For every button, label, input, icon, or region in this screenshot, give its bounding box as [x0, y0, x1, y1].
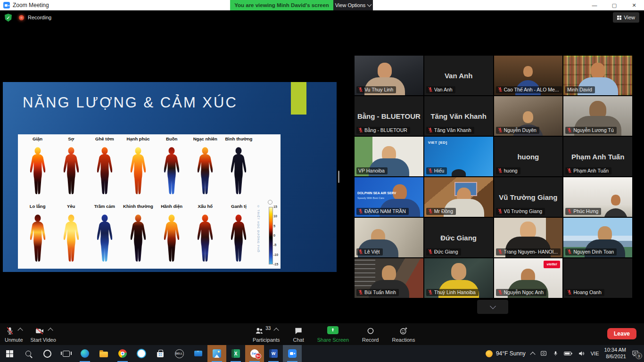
tray-mic-icon[interactable] [553, 350, 559, 357]
body-heatmap [94, 142, 116, 199]
taskbar-photos[interactable] [207, 345, 226, 362]
more-participants-button[interactable] [477, 300, 508, 314]
participant-tile[interactable]: Nguyễn Duyên [494, 96, 563, 136]
start-video-button[interactable]: Start Video [31, 323, 56, 345]
taskbar-word[interactable]: W [264, 345, 283, 362]
emotion-figure: Ngạc nhiên [189, 136, 222, 199]
taskbar-chrome[interactable] [113, 345, 132, 362]
body-heatmap [60, 209, 82, 267]
muted-mic-icon [428, 249, 433, 255]
clock-widget[interactable]: 10:34 AM 8/6/2021 [604, 347, 626, 360]
participant-name: Nguyễn Lương Tú [573, 127, 614, 133]
participants-chevron[interactable] [274, 328, 279, 333]
participant-tile[interactable]: Bùi Tuấn Minh [355, 258, 423, 298]
windows-logo-icon [6, 350, 13, 357]
participant-tile[interactable]: Đức GiangĐức Giang [424, 218, 493, 257]
taskbar-search[interactable] [19, 345, 38, 362]
maximize-button[interactable]: ▢ [604, 0, 624, 10]
participant-name: Hiếu [434, 168, 445, 173]
participant-name: Nguyễn Duyên [504, 127, 537, 133]
participant-label: Nguyễn Lương Tú [565, 127, 617, 134]
taskbar-store[interactable] [151, 345, 170, 362]
muted-mic-icon [358, 289, 363, 295]
participant-tile[interactable]: Minh David [563, 56, 632, 95]
participant-name: Vũ Trường Giang [504, 208, 543, 214]
taskbar-zoom[interactable] [283, 345, 302, 362]
participant-tile[interactable]: Nguyen Dinh Toan [563, 218, 632, 257]
taskbar-edge[interactable] [75, 345, 94, 362]
taskbar-zalo[interactable]: Zalo5+ [245, 345, 264, 362]
participant-tile[interactable]: Hoang Oanh [563, 258, 632, 298]
emotion-label: Sợ [54, 136, 88, 142]
speaker-icon[interactable] [578, 350, 586, 357]
participant-label: Phạm Anh Tuấn [565, 167, 611, 174]
language-indicator[interactable]: VIE [591, 351, 599, 356]
tablet-mode-icon[interactable] [540, 350, 547, 357]
muted-mic-icon [358, 87, 363, 92]
view-layout-button[interactable]: View [613, 12, 639, 23]
participant-name: Mr Đồng [434, 208, 453, 214]
view-options-button[interactable]: View Options [333, 0, 373, 10]
participant-tile[interactable]: Trang Nguyen- HANOI... [494, 218, 563, 257]
taskbar-cortana[interactable] [38, 345, 57, 362]
participant-tile[interactable]: Mr Đồng [424, 177, 493, 217]
participant-tile[interactable]: viettelNguyễn Ngọc Anh [494, 258, 563, 298]
participant-tile[interactable]: Lê Việt [355, 218, 423, 257]
close-button[interactable]: ✕ [624, 0, 644, 10]
action-center-button[interactable]: 3 [631, 350, 639, 357]
reactions-label: Reactions [392, 337, 415, 343]
battery-icon[interactable] [564, 350, 572, 357]
tray-overflow-chevron[interactable] [530, 352, 535, 357]
minimize-button[interactable]: — [585, 0, 604, 10]
body-heatmap [228, 142, 249, 199]
slide-watermark: © TRIẾT HỌC ĐƯỜNG PHỐ [257, 205, 260, 253]
participant-tile[interactable]: Vu Thuy Linh [355, 56, 423, 95]
participant-tile[interactable]: Phúc Hưng [563, 177, 632, 217]
participants-button[interactable]: 33 Participants [253, 323, 280, 345]
chat-button[interactable]: Chat [293, 323, 304, 345]
record-label: Record [362, 337, 379, 343]
participant-tile[interactable]: Cao Thế Anh - ALO Me... [494, 56, 563, 95]
panel-resize-handle[interactable] [338, 171, 339, 183]
participant-name: Van Anh [434, 87, 453, 92]
participant-tile[interactable]: huonghuong [494, 137, 563, 176]
muted-mic-icon [428, 289, 433, 295]
weather-widget[interactable]: 94°F Sunny [486, 350, 526, 357]
taskbar-dell[interactable]: DELL [170, 345, 189, 362]
share-screen-icon [327, 326, 339, 334]
security-shield-icon[interactable]: ✓ [5, 14, 12, 22]
taskbar-file-explorer[interactable] [94, 345, 113, 362]
start-button[interactable] [0, 345, 19, 362]
participant-tile[interactable]: DOLPHIN SEA AIR SERVSpeedy With Best Car… [355, 177, 423, 217]
task-view-button[interactable] [57, 345, 75, 362]
taskbar-excel[interactable]: X [226, 345, 245, 362]
emotion-figure: Ghê tởm [88, 136, 121, 199]
taskbar-alexa[interactable] [132, 345, 151, 362]
leave-button[interactable]: Leave [607, 328, 636, 339]
participant-tile[interactable]: Tăng Văn KhanhTăng Văn Khanh [424, 96, 493, 136]
participant-tile[interactable]: Thuỳ Linh Hanoiba [424, 258, 493, 298]
muted-mic-icon [567, 168, 572, 173]
cortana-icon [43, 350, 51, 358]
participant-name: Cao Thế Anh - ALO Me... [504, 87, 559, 92]
participant-tile[interactable]: Nguyễn Lương Tú [563, 96, 632, 136]
participant-tile[interactable]: Van AnhVan Anh [424, 56, 493, 95]
meeting-status-row: ✓ Recording View [0, 10, 644, 25]
participant-tile[interactable]: VIET [ED]Hiếu [424, 137, 493, 176]
video-options-chevron[interactable] [48, 328, 53, 333]
participant-label: Tăng Văn Khanh [426, 127, 474, 134]
share-screen-button[interactable]: Share Screen [317, 323, 349, 345]
participant-tile[interactable]: Phạm Anh TuấnPhạm Anh Tuấn [563, 137, 632, 176]
audio-options-chevron[interactable] [18, 328, 23, 333]
record-button[interactable]: Record [362, 323, 379, 345]
participant-tile[interactable]: Vũ Trường GiangVũ Trường Giang [494, 177, 563, 217]
taskbar-mail[interactable] [189, 345, 207, 362]
participant-tile[interactable]: Bằng - BLUETOURBằng - BLUETOUR [355, 96, 423, 136]
participant-tile[interactable]: VP Hanoiba [355, 137, 423, 176]
shared-screen-slide: NĂNG LƯỢNG & CẢM XÚC GiậnSợGhê tởmHạnh p… [3, 82, 337, 272]
unmute-button[interactable]: Unmute [5, 323, 23, 345]
participant-name: Phúc Hưng [573, 208, 598, 214]
participant-label: Trang Nguyen- HANOI... [496, 248, 561, 255]
reactions-button[interactable]: Reactions [392, 323, 415, 345]
body-heatmap [161, 209, 182, 267]
